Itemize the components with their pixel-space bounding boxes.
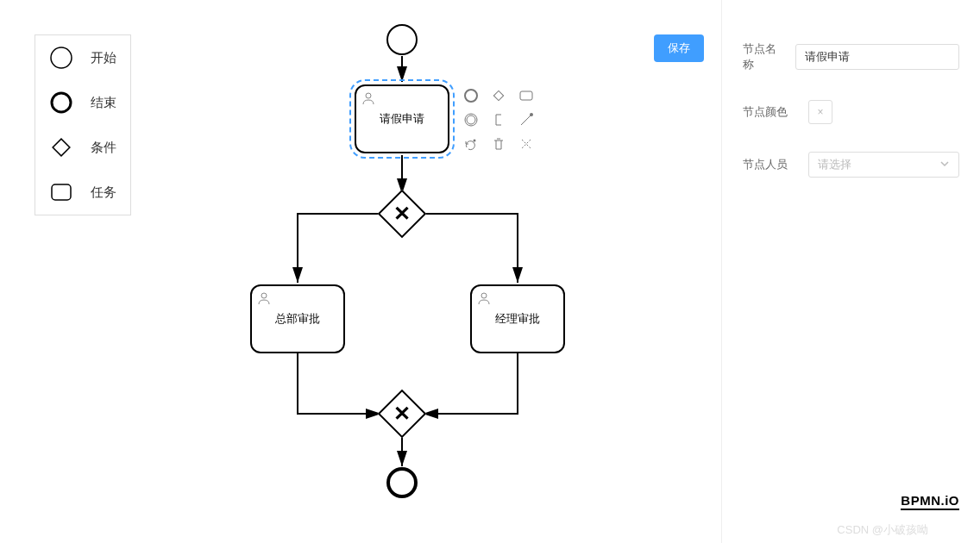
palette-end[interactable]: 结束 [49, 90, 116, 115]
svg-rect-2 [53, 139, 70, 156]
svg-point-7 [366, 93, 371, 98]
user-icon [477, 291, 491, 308]
task-label: 请假申请 [380, 111, 424, 127]
gateway-merge[interactable]: ✕ [378, 390, 427, 439]
gateway-x-icon: ✕ [393, 202, 411, 226]
form-row-person: 节点人员 请选择 [743, 152, 959, 178]
task-label: 总部审批 [275, 311, 320, 327]
form-row-color: 节点颜色 × [743, 100, 959, 124]
watermark: CSDN @小破孩呦 [837, 522, 928, 538]
person-label: 节点人员 [743, 157, 795, 172]
task-manager-approval[interactable]: 经理审批 [470, 284, 565, 353]
element-palette: 开始 结束 条件 任务 [35, 34, 131, 215]
bpmn-logo: BPMN.iO [901, 493, 959, 510]
change-type[interactable] [462, 134, 481, 153]
svg-point-0 [51, 47, 72, 68]
save-button[interactable]: 保存 [654, 34, 704, 62]
append-end-event[interactable] [462, 86, 481, 105]
chevron-down-icon [939, 159, 950, 172]
task-hq-approval[interactable]: 总部审批 [250, 284, 345, 353]
gateway-split[interactable]: ✕ [378, 190, 427, 239]
color-label: 节点颜色 [743, 104, 795, 120]
svg-point-13 [530, 113, 533, 116]
delete[interactable] [489, 134, 508, 153]
end-event[interactable] [386, 467, 418, 498]
loop-icon[interactable] [517, 134, 536, 153]
palette-condition[interactable]: 条件 [49, 135, 116, 159]
select-placeholder: 请选择 [818, 157, 851, 172]
start-icon [49, 46, 73, 70]
name-label: 节点名称 [743, 41, 782, 72]
form-row-name: 节点名称 [743, 41, 959, 72]
palette-task-label: 任务 [91, 184, 116, 201]
svg-point-1 [52, 93, 71, 112]
user-icon [257, 291, 271, 308]
svg-rect-9 [493, 90, 503, 100]
node-name-input[interactable] [795, 44, 959, 70]
user-icon [361, 91, 375, 108]
properties-panel: 节点名称 节点颜色 × 节点人员 请选择 BPMN.iO [721, 0, 980, 543]
person-select[interactable]: 请选择 [808, 152, 959, 178]
task-label: 经理审批 [495, 311, 540, 327]
context-pad [462, 86, 537, 153]
palette-condition-label: 条件 [91, 140, 116, 156]
palette-task[interactable]: 任务 [49, 180, 116, 204]
append-task[interactable] [517, 86, 536, 105]
svg-point-12 [467, 115, 475, 124]
canvas[interactable]: 开始 结束 条件 任务 [0, 0, 721, 543]
color-picker-clear[interactable]: × [808, 100, 832, 124]
svg-point-15 [261, 293, 267, 298]
svg-rect-3 [52, 184, 71, 200]
palette-end-label: 结束 [91, 95, 116, 111]
task-rect-icon [49, 180, 73, 204]
svg-point-16 [481, 293, 487, 298]
palette-start-label: 开始 [91, 50, 116, 66]
diamond-icon [49, 135, 73, 159]
append-text-annotation[interactable] [489, 110, 508, 129]
append-gateway[interactable] [489, 86, 508, 105]
end-icon [49, 90, 73, 115]
append-intermediate-event[interactable] [462, 110, 481, 129]
gateway-x-icon: ✕ [393, 402, 411, 426]
palette-start[interactable]: 开始 [49, 46, 116, 70]
svg-rect-10 [520, 91, 532, 100]
svg-point-14 [474, 140, 476, 142]
start-event[interactable] [386, 24, 418, 55]
task-leave-request[interactable]: 请假申请 [355, 84, 449, 153]
connect-tool[interactable] [517, 110, 536, 129]
svg-point-8 [465, 90, 477, 102]
